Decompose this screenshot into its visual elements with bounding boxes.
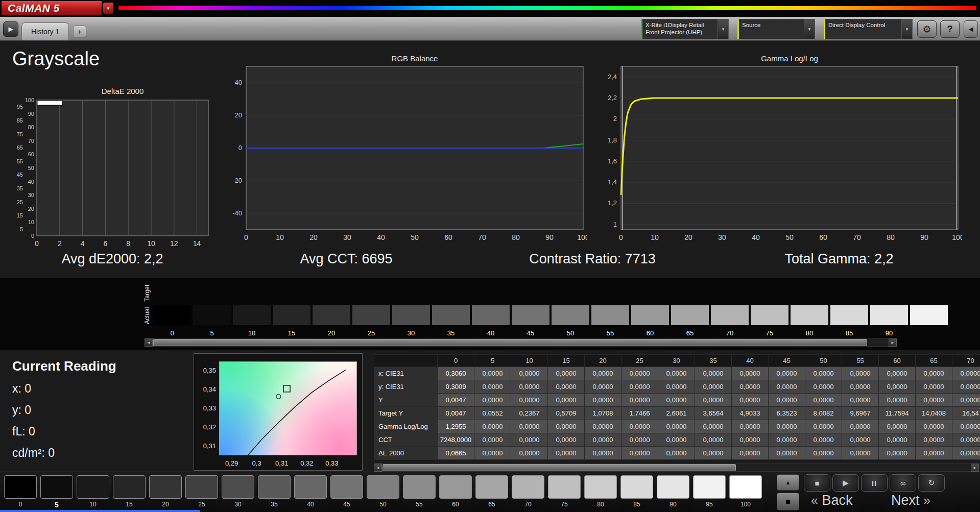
next-label: Next	[891, 493, 920, 508]
gray-patch-button-95[interactable]	[693, 475, 726, 499]
svg-text:75: 75	[17, 131, 23, 137]
table-scrollbar[interactable]: ◄ ►	[374, 464, 979, 472]
table-cell: 0,0000	[732, 394, 769, 407]
logo-text: CalMAN 5	[8, 2, 60, 14]
table-column-header: 70	[952, 355, 980, 367]
gray-patch-button-45[interactable]	[330, 475, 363, 499]
svg-text:60: 60	[28, 151, 34, 157]
gray-patch-button-5[interactable]	[40, 475, 73, 499]
gray-patch-button-100[interactable]	[729, 475, 762, 499]
scrollbar-thumb[interactable]	[383, 464, 736, 471]
refresh-button[interactable]: ↻	[918, 474, 945, 492]
gray-patch-button-80[interactable]	[584, 475, 617, 499]
loop-button[interactable]: ∞	[890, 474, 916, 492]
play-icon: ▶	[8, 26, 13, 33]
grayscale-swatch-5: 5	[193, 281, 231, 325]
help-button[interactable]: ?	[940, 20, 960, 38]
swatch-scrollbar[interactable]: ◄ ►	[145, 338, 897, 347]
svg-text:90: 90	[545, 233, 554, 241]
table-cell: 0,0000	[585, 380, 622, 394]
svg-text:50: 50	[28, 165, 34, 171]
row-label: ΔE 2000	[374, 447, 438, 460]
scroll-right-button[interactable]: ►	[971, 464, 979, 472]
rgb-balance-chart: RGB Balance 40200-20-4001020304050607080…	[225, 54, 587, 238]
back-button[interactable]: « Back	[811, 493, 852, 508]
table-cell: 0,0000	[658, 447, 695, 460]
scroll-left-button[interactable]: ◄	[145, 338, 153, 347]
gray-patch-button-15[interactable]	[113, 475, 146, 499]
gray-patch-button-65[interactable]	[475, 475, 508, 499]
refresh-icon: ↻	[928, 478, 935, 487]
table-cell: 14,0408	[916, 407, 952, 420]
display-control-dropdown[interactable]: Direct Display Control ▼	[824, 19, 913, 39]
reading-y: y: 0	[12, 403, 116, 417]
table-cell: 0,0000	[842, 420, 879, 433]
gray-patch-button-35[interactable]	[258, 475, 291, 499]
gray-patch-button-20[interactable]	[149, 475, 182, 499]
table-cell: 0,0000	[622, 367, 658, 380]
gray-patch-button-25[interactable]	[185, 475, 218, 499]
gray-patch-button-30[interactable]	[222, 475, 254, 499]
table-cell: 7248,0000	[438, 433, 474, 447]
gray-patch-button-10[interactable]	[77, 475, 109, 499]
grayscale-swatch-10: 10	[233, 281, 271, 325]
scrollbar-track[interactable]	[382, 464, 971, 472]
grayscale-swatch-35: 35	[432, 281, 470, 325]
gray-patch-button-55[interactable]	[403, 475, 436, 499]
settings-button[interactable]: ⚙	[917, 20, 937, 38]
scrollbar-track[interactable]	[153, 338, 889, 347]
gray-patch-button-60[interactable]	[439, 475, 472, 499]
chevron-down-icon: ▼	[718, 19, 728, 39]
table-cell: 0,0000	[842, 447, 879, 460]
patch-label: 90	[656, 501, 690, 508]
gray-patch-button-70[interactable]	[512, 475, 544, 499]
add-tab-button[interactable]: +	[73, 26, 86, 38]
calman-logo[interactable]: CalMAN 5	[2, 1, 102, 15]
swatch-label: 35	[432, 329, 470, 337]
svg-text:55: 55	[17, 158, 23, 164]
table-column-header: 25	[622, 355, 658, 367]
patch-label: 60	[439, 501, 472, 508]
gray-patch-button-90[interactable]	[657, 475, 689, 499]
scroll-left-icon: ◄	[147, 340, 151, 345]
table-cell: 0,0000	[474, 380, 511, 394]
table-cell: 0,0000	[916, 433, 952, 447]
gray-patch-button-50[interactable]	[367, 475, 399, 499]
table-cell: 0,0000	[952, 394, 980, 407]
gray-patch-button-85[interactable]	[620, 475, 653, 499]
play-button[interactable]: ▶	[832, 474, 859, 492]
gray-patch-button-40[interactable]	[294, 475, 327, 499]
scrollbar-thumb[interactable]	[153, 339, 867, 346]
gray-patch-button-0[interactable]	[4, 475, 37, 499]
patch-window-button[interactable]: ■	[777, 493, 799, 510]
collapse-panel-button[interactable]: ◀	[964, 20, 978, 38]
pause-icon: II	[872, 479, 877, 487]
grayscale-swatch-70: 70	[711, 281, 749, 325]
svg-text:35: 35	[17, 185, 23, 191]
svg-text:90: 90	[28, 111, 34, 117]
expand-history-button[interactable]: ▶	[3, 21, 18, 37]
table-cell: 0,0000	[805, 394, 842, 407]
scroll-right-button[interactable]: ►	[889, 338, 897, 347]
source-dropdown[interactable]: Source ▼	[737, 19, 815, 39]
table-cell: 8,0082	[805, 407, 842, 420]
logo-menu-button[interactable]: ▼	[103, 3, 113, 14]
swatch-label: 30	[392, 329, 430, 337]
pause-button[interactable]: II	[861, 474, 888, 492]
table-cell: 0,0000	[548, 367, 585, 380]
svg-text:80: 80	[887, 233, 895, 241]
scroll-left-button[interactable]: ◄	[374, 464, 382, 472]
table-cell: 0,0000	[474, 433, 511, 447]
next-button[interactable]: Next »	[891, 493, 930, 508]
tab-history-1[interactable]: History 1	[21, 22, 69, 40]
table-cell: 0,0000	[474, 367, 511, 380]
swatch-label: 40	[472, 329, 510, 337]
table-cell: 0,0000	[805, 380, 842, 394]
stop-button[interactable]: ■	[804, 474, 830, 492]
meter-dropdown[interactable]: X-Rite i1Display Retail Front Projector …	[641, 19, 729, 39]
chevron-up-button[interactable]: ▲	[777, 474, 799, 491]
gray-patch-button-75[interactable]	[548, 475, 581, 499]
svg-text:1,2: 1,2	[608, 199, 617, 207]
gear-icon: ⚙	[922, 23, 931, 35]
svg-text:0,31: 0,31	[275, 459, 288, 467]
